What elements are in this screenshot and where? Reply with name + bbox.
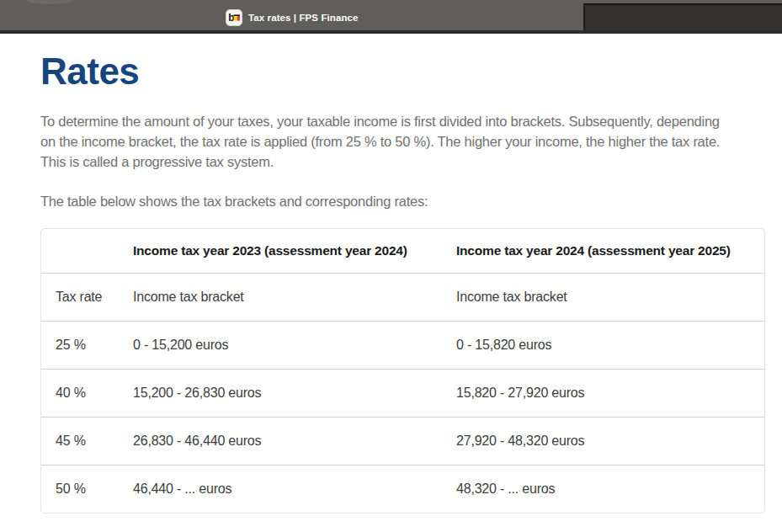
intro-paragraph: To determine the amount of your taxes, y… xyxy=(40,111,729,172)
header-year-2024: Income tax year 2024 (assessment year 20… xyxy=(442,229,764,273)
rate-cell: 50 % xyxy=(41,465,119,513)
tab-title: Tax rates | FPS Finance xyxy=(248,13,359,23)
bracket-2024-cell: 27,920 - 48,320 euros xyxy=(442,417,764,465)
table-row: 40 % 15,200 - 26,830 euros 15,820 - 27,9… xyxy=(41,369,764,417)
table-subheader-row: Tax rate Income tax bracket Income tax b… xyxy=(41,273,764,321)
subheader-bracket-2024: Income tax bracket xyxy=(442,273,764,321)
page-content: Rates To determine the amount of your ta… xyxy=(0,34,782,532)
tab-strip-dark-region xyxy=(583,3,782,34)
browser-tab[interactable]: b Tax rates | FPS Finance xyxy=(226,8,359,26)
browser-tab-bar: b Tax rates | FPS Finance xyxy=(0,0,782,34)
table-row: 50 % 46,440 - ... euros 48,320 - ... eur… xyxy=(41,465,764,513)
table-row: 45 % 26,830 - 46,440 euros 27,920 - 48,3… xyxy=(41,417,764,465)
rate-cell: 45 % xyxy=(41,417,119,465)
subheader-bracket-2023: Income tax bracket xyxy=(119,273,442,321)
rate-cell: 40 % xyxy=(41,369,119,417)
bracket-2024-cell: 0 - 15,820 euros xyxy=(442,321,764,369)
browser-window: b Tax rates | FPS Finance Rates To deter… xyxy=(0,0,782,532)
header-empty-cell xyxy=(41,229,119,273)
svg-text:b: b xyxy=(228,12,234,24)
page-title: Rates xyxy=(40,52,763,91)
be-favicon-icon: b xyxy=(226,9,242,26)
bracket-2023-cell: 15,200 - 26,830 euros xyxy=(119,369,442,417)
subheader-tax-rate: Tax rate xyxy=(41,273,119,321)
table-header-row: Income tax year 2023 (assessment year 20… xyxy=(41,229,764,273)
bracket-2023-cell: 46,440 - ... euros xyxy=(119,465,442,513)
tab-corner-curve xyxy=(25,0,74,4)
table-caption: The table below shows the tax brackets a… xyxy=(40,191,729,211)
tax-rates-table: Income tax year 2023 (assessment year 20… xyxy=(40,228,765,513)
table-row: 25 % 0 - 15,200 euros 0 - 15,820 euros xyxy=(41,321,764,369)
bracket-2024-cell: 48,320 - ... euros xyxy=(442,465,764,513)
bracket-2024-cell: 15,820 - 27,920 euros xyxy=(442,369,764,417)
bracket-2023-cell: 0 - 15,200 euros xyxy=(119,321,442,369)
header-year-2023: Income tax year 2023 (assessment year 20… xyxy=(119,229,442,273)
bracket-2023-cell: 26,830 - 46,440 euros xyxy=(119,417,442,465)
rate-cell: 25 % xyxy=(41,321,119,369)
